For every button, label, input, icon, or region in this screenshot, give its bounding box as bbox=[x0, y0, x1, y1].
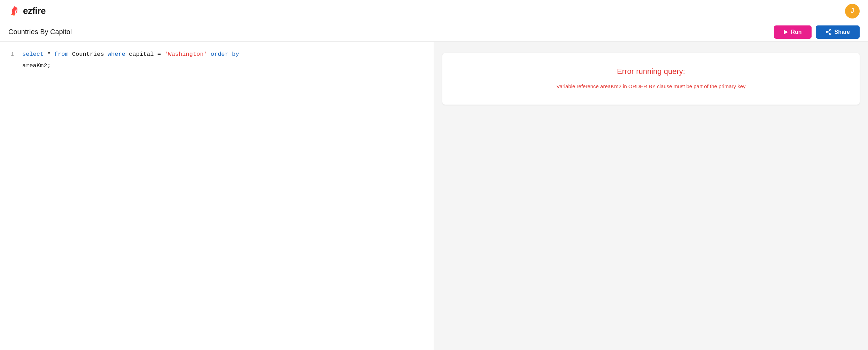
code-editor[interactable]: 1 select * from Countries where capital … bbox=[0, 42, 434, 79]
keyword-order: order bbox=[211, 51, 232, 58]
logo-icon bbox=[8, 5, 21, 17]
code-eq: = bbox=[157, 51, 164, 58]
run-label: Run bbox=[791, 29, 801, 35]
code-line-1: 1 select * from Countries where capital … bbox=[0, 49, 434, 60]
code-star: * bbox=[47, 51, 54, 58]
run-button[interactable]: Run bbox=[774, 25, 811, 39]
code-line-1-content: select * from Countries where capital = … bbox=[22, 50, 427, 60]
line-number-1: 1 bbox=[7, 50, 14, 59]
keyword-select: select bbox=[22, 51, 44, 58]
svg-point-2 bbox=[829, 33, 831, 35]
svg-point-1 bbox=[826, 31, 828, 33]
logo-text: ezfire bbox=[23, 6, 46, 16]
code-line-2: areaKm2; bbox=[0, 60, 434, 72]
editor-panel[interactable]: 1 select * from Countries where capital … bbox=[0, 42, 434, 350]
app-header: ezfire J bbox=[0, 0, 868, 22]
code-areakm2: areaKm2; bbox=[22, 62, 51, 69]
svg-line-3 bbox=[828, 32, 829, 33]
header-right: J bbox=[845, 4, 860, 18]
code-line-2-content: areaKm2; bbox=[22, 61, 427, 71]
error-card: Error running query: Variable reference … bbox=[442, 53, 860, 105]
user-avatar[interactable]: J bbox=[845, 4, 860, 18]
error-title: Error running query: bbox=[453, 67, 849, 76]
play-icon bbox=[784, 30, 788, 35]
svg-point-0 bbox=[829, 29, 831, 31]
toolbar: Countries By Capitol Run Share bbox=[0, 22, 868, 42]
page-title: Countries By Capitol bbox=[8, 28, 72, 36]
result-panel: Error running query: Variable reference … bbox=[434, 42, 868, 350]
keyword-from: from bbox=[54, 51, 69, 58]
share-label: Share bbox=[835, 29, 850, 35]
keyword-by: by bbox=[232, 51, 239, 58]
share-icon bbox=[826, 29, 832, 35]
code-value: 'Washington' bbox=[164, 51, 207, 58]
line-number-2 bbox=[7, 61, 14, 62]
error-message: Variable reference areaKm2 in ORDER BY c… bbox=[453, 82, 849, 91]
code-field: capital bbox=[129, 51, 157, 58]
share-button[interactable]: Share bbox=[816, 25, 860, 39]
main-content: 1 select * from Countries where capital … bbox=[0, 42, 868, 350]
keyword-where: where bbox=[108, 51, 125, 58]
logo: ezfire bbox=[8, 5, 46, 17]
toolbar-actions: Run Share bbox=[774, 25, 860, 39]
svg-line-4 bbox=[828, 30, 829, 31]
code-table: Countries bbox=[72, 51, 108, 58]
